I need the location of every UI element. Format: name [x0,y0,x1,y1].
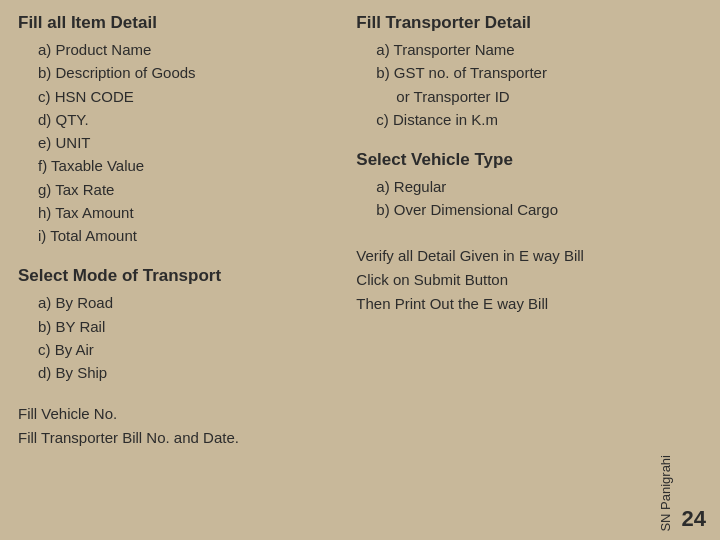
transport-section: Select Mode of Transport a) By Road b) B… [18,265,336,384]
transporter-title: Fill Transporter Detail [356,12,702,34]
list-item: b) Description of Goods [38,61,336,84]
list-item: or Transporter ID [396,85,702,108]
list-item: a) Regular [376,175,702,198]
vehicle-fill-2: Fill Transporter Bill No. and Date. [18,426,336,450]
item-list: a) Product Name b) Description of Goods … [38,38,336,247]
list-item: d) QTY. [38,108,336,131]
list-item: i) Total Amount [38,224,336,247]
verify-line-2: Click on Submit Button [356,268,702,292]
list-item: e) UNIT [38,131,336,154]
bottom-section: Fill Vehicle No. Fill Transporter Bill N… [18,402,336,450]
transporter-list: a) Transporter Name b) GST no. of Transp… [376,38,702,131]
list-item: a) Transporter Name [376,38,702,61]
vehicle-list: a) Regular b) Over Dimensional Cargo [376,175,702,222]
right-column: Fill Transporter Detail a) Transporter N… [346,12,702,528]
list-item: f) Taxable Value [38,154,336,177]
transport-title: Select Mode of Transport [18,265,336,287]
footer: SN Panigrahi 24 [659,455,706,532]
list-item: a) By Road [38,291,336,314]
author-label: SN Panigrahi [659,455,672,532]
list-item: c) Distance in K.m [376,108,702,131]
list-item: a) Product Name [38,38,336,61]
bottom-right: Verify all Detail Given in E way Bill Cl… [356,244,702,316]
vehicle-fill-1: Fill Vehicle No. [18,402,336,426]
left-column: Fill all Item Detail a) Product Name b) … [18,12,346,528]
verify-line-1: Verify all Detail Given in E way Bill [356,244,702,268]
list-item: b) BY Rail [38,315,336,338]
list-item: d) By Ship [38,361,336,384]
list-item: h) Tax Amount [38,201,336,224]
list-item: b) Over Dimensional Cargo [376,198,702,221]
list-item: c) HSN CODE [38,85,336,108]
fill-item-title: Fill all Item Detail [18,12,336,34]
list-item: c) By Air [38,338,336,361]
transport-list: a) By Road b) BY Rail c) By Air d) By Sh… [38,291,336,384]
page-container: Fill all Item Detail a) Product Name b) … [0,0,720,540]
main-content: Fill all Item Detail a) Product Name b) … [18,12,702,528]
list-item: b) GST no. of Transporter [376,61,702,84]
vehicle-section: Select Vehicle Type a) Regular b) Over D… [356,149,702,222]
list-item: g) Tax Rate [38,178,336,201]
verify-line-3: Then Print Out the E way Bill [356,292,702,316]
page-number: 24 [682,506,706,532]
vehicle-title: Select Vehicle Type [356,149,702,171]
